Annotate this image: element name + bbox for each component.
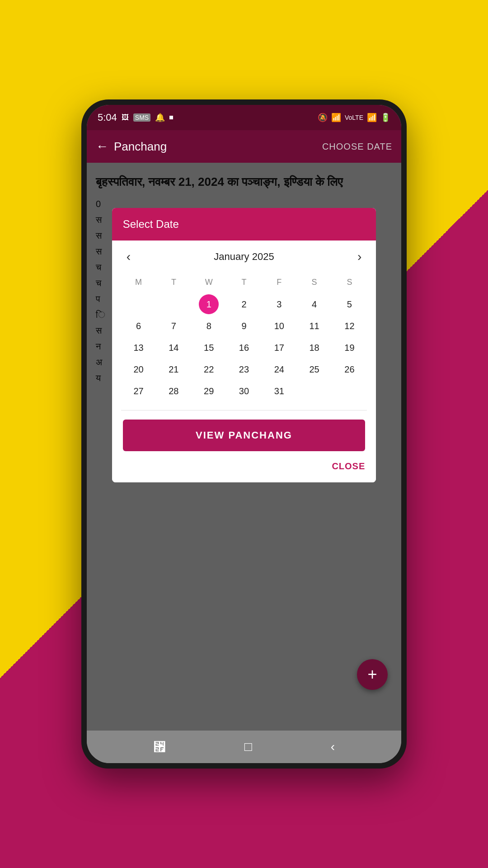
- day-headers: M T W T F S S: [121, 275, 367, 290]
- cal-day-28[interactable]: 28: [164, 381, 183, 401]
- prev-month-button[interactable]: ‹: [121, 248, 136, 266]
- fab-button[interactable]: +: [357, 659, 388, 690]
- cal-day-15[interactable]: 15: [199, 338, 219, 358]
- cal-day-empty: [129, 294, 149, 314]
- cal-day-14[interactable]: 14: [164, 338, 183, 358]
- app-bar: ← Panchang CHOOSE DATE: [87, 130, 401, 163]
- home-icon[interactable]: □: [244, 740, 252, 754]
- cal-day-empty: [305, 381, 324, 401]
- fab-plus-icon: +: [367, 666, 377, 683]
- cal-day-9[interactable]: 9: [234, 316, 254, 336]
- cal-day-21[interactable]: 21: [164, 359, 183, 379]
- calendar-grid: 1234567891011121314151617181920212223242…: [121, 294, 367, 401]
- modal-title: Select Date: [123, 218, 179, 230]
- cal-day-5[interactable]: 5: [339, 294, 359, 314]
- cal-day-13[interactable]: 13: [129, 338, 149, 358]
- cal-day-27[interactable]: 27: [129, 381, 149, 401]
- cal-day-1[interactable]: 1: [199, 294, 219, 314]
- status-icons-right: 🔕 📶 VoLTE 📶 🔋: [318, 113, 390, 123]
- mute-icon: 🔕: [318, 113, 328, 123]
- cal-day-8[interactable]: 8: [199, 316, 219, 336]
- day-header-s1: S: [297, 275, 332, 290]
- modal-header: Select Date: [112, 208, 376, 241]
- status-bell-icon: 🔔: [155, 113, 165, 123]
- battery-icon: 🔋: [380, 113, 390, 123]
- nav-bar: ␯ □ ‹: [87, 731, 401, 763]
- status-left: 5:04 🖼 SMS 🔔: [98, 112, 173, 123]
- main-content: बृहस्पतिवार, नवम्बर 21, 2024 का पञ्चाङ्ग…: [87, 163, 401, 731]
- day-header-t1: T: [156, 275, 191, 290]
- modal-dialog: Select Date ‹ January 2025 › M T W: [112, 208, 376, 482]
- cal-day-17[interactable]: 17: [269, 338, 289, 358]
- modal-actions: VIEW PANCHANG CLOSE: [112, 410, 376, 482]
- day-header-s2: S: [332, 275, 367, 290]
- status-time: 5:04: [98, 112, 117, 123]
- cal-day-30[interactable]: 30: [234, 381, 254, 401]
- month-year-label: January 2025: [214, 251, 274, 263]
- calendar-area: ‹ January 2025 › M T W T F S S: [112, 241, 376, 410]
- back-nav-icon[interactable]: ‹: [331, 740, 335, 754]
- cal-day-2[interactable]: 2: [234, 294, 254, 314]
- day-header-t2: T: [226, 275, 262, 290]
- cal-day-20[interactable]: 20: [129, 359, 149, 379]
- status-dot: [169, 116, 173, 119]
- day-header-m: M: [121, 275, 156, 290]
- cal-day-19[interactable]: 19: [339, 338, 359, 358]
- cal-day-31[interactable]: 31: [269, 381, 289, 401]
- app-title: Panchang: [114, 140, 167, 154]
- network-icon: 📶: [367, 113, 377, 123]
- cal-day-empty: [164, 294, 183, 314]
- day-header-w: W: [191, 275, 226, 290]
- recent-apps-icon[interactable]: ␯: [153, 740, 166, 755]
- cal-day-4[interactable]: 4: [305, 294, 324, 314]
- cal-day-24[interactable]: 24: [269, 359, 289, 379]
- calendar-nav: ‹ January 2025 ›: [121, 248, 367, 266]
- signal-icon: VoLTE: [345, 114, 363, 121]
- cal-day-empty: [339, 381, 359, 401]
- cal-day-6[interactable]: 6: [129, 316, 149, 336]
- view-panchang-button[interactable]: VIEW PANCHANG: [123, 420, 366, 451]
- cal-day-23[interactable]: 23: [234, 359, 254, 379]
- cal-day-3[interactable]: 3: [269, 294, 289, 314]
- status-sms-icon: SMS: [133, 113, 150, 122]
- choose-date-button[interactable]: CHOOSE DATE: [322, 142, 392, 152]
- next-month-button[interactable]: ›: [352, 248, 367, 266]
- cal-day-29[interactable]: 29: [199, 381, 219, 401]
- cal-day-26[interactable]: 26: [339, 359, 359, 379]
- cal-day-25[interactable]: 25: [305, 359, 324, 379]
- cal-day-18[interactable]: 18: [305, 338, 324, 358]
- cal-day-22[interactable]: 22: [199, 359, 219, 379]
- cal-day-7[interactable]: 7: [164, 316, 183, 336]
- status-bar: 5:04 🖼 SMS 🔔 🔕 📶 VoLTE 📶 🔋: [87, 105, 401, 130]
- day-header-f: F: [262, 275, 297, 290]
- wifi-icon: 📶: [331, 113, 341, 123]
- cal-day-16[interactable]: 16: [234, 338, 254, 358]
- close-button[interactable]: CLOSE: [123, 458, 366, 475]
- modal-overlay: Select Date ‹ January 2025 › M T W: [87, 163, 401, 731]
- back-button[interactable]: ←: [96, 139, 108, 154]
- cal-day-11[interactable]: 11: [305, 316, 324, 336]
- cal-day-10[interactable]: 10: [269, 316, 289, 336]
- status-img-icon: 🖼: [122, 113, 129, 122]
- app-bar-left: ← Panchang: [96, 139, 167, 154]
- cal-day-12[interactable]: 12: [339, 316, 359, 336]
